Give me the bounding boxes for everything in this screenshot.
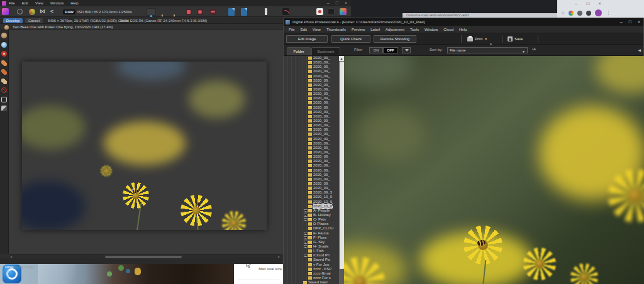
tree-item[interactable]: 2020_10_0: [284, 200, 344, 204]
expand-icon[interactable]: +: [304, 218, 308, 221]
tree-item[interactable]: 2020_09_: [284, 159, 344, 163]
overlay-erase-tool-icon[interactable]: [1, 79, 7, 84]
scroll-up-icon[interactable]: ▲: [339, 56, 344, 61]
browser-menu-icon[interactable]: ⋮: [606, 10, 611, 16]
tree-item[interactable]: 2020_09_3: [284, 190, 344, 195]
tree-item[interactable]: +iCloud Ph: [284, 253, 344, 258]
menu-item[interactable]: Preview: [352, 28, 365, 31]
expand-icon[interactable]: +: [304, 232, 308, 235]
menu-item[interactable]: File: [289, 28, 295, 31]
vertical-scrollbar[interactable]: ▲: [339, 56, 344, 284]
maximize-button[interactable]: □: [629, 18, 631, 26]
tree-item[interactable]: 2020_09_: [284, 60, 344, 65]
tree-item[interactable]: 2020_09_: [284, 74, 344, 79]
tree-item[interactable]: zzzz-For s: [284, 276, 344, 280]
sort-select[interactable]: File name ▼: [447, 47, 528, 53]
save-button[interactable]: Save: [505, 35, 535, 43]
tree-item[interactable]: +C- Pets: [284, 217, 344, 222]
profile-avatar[interactable]: [595, 9, 602, 16]
gray-circle-icon[interactable]: [17, 9, 23, 14]
tree-item[interactable]: 2020_09_: [284, 137, 344, 141]
tree-item[interactable]: +G- Sky: [284, 240, 344, 244]
extension-dark-icon[interactable]: [577, 11, 582, 16]
tree-item[interactable]: 2020_09_: [284, 168, 344, 173]
tree-item[interactable]: +A- People: [284, 209, 344, 213]
remote-shooting-button[interactable]: Remote Shooting: [374, 35, 416, 43]
tree-item[interactable]: 2020_09_: [284, 65, 344, 69]
maximize-button[interactable]: □: [336, 0, 338, 6]
tree-item[interactable]: 2020_09_: [284, 173, 344, 177]
expand-icon[interactable]: +: [304, 209, 308, 212]
filter-off-button[interactable]: OFF: [383, 47, 398, 53]
menu-item[interactable]: Tools: [410, 28, 419, 31]
swatch-dark-icon[interactable]: [328, 8, 335, 15]
tree-item[interactable]: +B- Holiday: [284, 213, 344, 217]
color-wheel-icon[interactable]: [29, 9, 35, 15]
horizontal-scrollbar[interactable]: ◀ ▶: [9, 254, 281, 258]
tree-item[interactable]: zzzz - KSP: [284, 267, 344, 271]
clipping-highlights-icon[interactable]: [197, 9, 203, 15]
menu-item[interactable]: Window: [50, 0, 64, 6]
menu-item[interactable]: File: [9, 0, 15, 6]
tree-item[interactable]: D-Places: [284, 222, 344, 226]
tree-item[interactable]: 2020_09_: [284, 186, 344, 190]
edit-image-button[interactable]: Edit Image: [286, 35, 328, 43]
tone-curve-icon[interactable]: [282, 8, 289, 15]
scrollbar-thumb[interactable]: [340, 62, 344, 269]
tree-item[interactable]: +E- Fauna: [284, 231, 344, 235]
scrollbar-thumb[interactable]: [105, 256, 182, 258]
clipping-shadows-icon[interactable]: [186, 9, 192, 15]
tree-item[interactable]: 2020_10_0: [284, 204, 344, 209]
menu-item[interactable]: Edit: [301, 28, 307, 31]
expand-icon[interactable]: +: [304, 241, 308, 244]
menu-item[interactable]: Edit: [22, 0, 28, 6]
extension-color-icon[interactable]: [569, 11, 574, 16]
print-dropdown-icon[interactable]: ▼: [484, 37, 487, 41]
tree-item[interactable]: 2020_09_: [284, 123, 344, 128]
swatch-color-icon[interactable]: [340, 8, 347, 15]
view-split-icon[interactable]: ◐: [158, 8, 167, 16]
tree-item[interactable]: 2020_09_: [284, 79, 344, 83]
new-snapshot-icon[interactable]: [228, 8, 235, 16]
tree-item[interactable]: 2020_09_: [284, 128, 344, 132]
tree-item[interactable]: DPP_CLOU: [284, 226, 344, 231]
expand-icon[interactable]: +: [304, 245, 308, 248]
minimize-button[interactable]: –: [327, 0, 330, 6]
slider-panel-icon[interactable]: [265, 8, 267, 15]
tree-item[interactable]: 2020_09_: [284, 92, 344, 96]
tree-item[interactable]: +H- Snails: [284, 244, 344, 249]
crop-tool-icon[interactable]: [1, 97, 7, 102]
tree-item[interactable]: Saved Pic: [284, 258, 344, 262]
blemish-tool-icon[interactable]: [1, 60, 7, 66]
tree-item[interactable]: 2020_09_: [284, 87, 344, 92]
browser-close-button[interactable]: ×: [598, 1, 601, 6]
view-single-icon[interactable]: ●: [147, 8, 156, 16]
tree-item[interactable]: 2020_09_: [284, 106, 344, 110]
tree-item[interactable]: 2020_09_: [284, 150, 344, 155]
tree-item[interactable]: 2020_09_: [284, 132, 344, 136]
persona-icon[interactable]: [2, 8, 9, 15]
tab-bookmark[interactable]: Bookmark: [311, 47, 340, 55]
close-button[interactable]: ×: [638, 18, 640, 26]
browser-minimize-button[interactable]: –: [575, 1, 577, 6]
tree-item[interactable]: 2020_09_: [284, 163, 344, 168]
menu-item[interactable]: Cloud: [443, 28, 453, 31]
develop-button[interactable]: Develop: [3, 18, 23, 23]
tree-item[interactable]: 2020_09_: [284, 69, 344, 74]
expand-icon[interactable]: +: [304, 214, 308, 217]
tree-item[interactable]: 2020_09_: [284, 101, 344, 105]
menu-item[interactable]: Window: [425, 28, 438, 31]
menu-item[interactable]: Help: [70, 0, 78, 6]
view-tool-icon[interactable]: [1, 33, 7, 38]
tab-folder[interactable]: Folder: [287, 47, 311, 55]
tree-item[interactable]: 2020_10_0: [284, 195, 344, 199]
print-button[interactable]: Print ▼: [465, 35, 501, 43]
tree-item[interactable]: 2020_09_: [284, 110, 344, 114]
no-overlay-tool-icon[interactable]: [1, 87, 7, 93]
menu-item[interactable]: View: [313, 28, 321, 31]
tree-item[interactable]: 2020_09_: [284, 182, 344, 186]
menu-item[interactable]: Thumbnails: [326, 28, 346, 31]
tree-item[interactable]: 2020_09_: [284, 83, 344, 87]
tree-item[interactable]: 2020_09_: [284, 177, 344, 182]
tree-item[interactable]: 2020_09_: [284, 114, 344, 119]
